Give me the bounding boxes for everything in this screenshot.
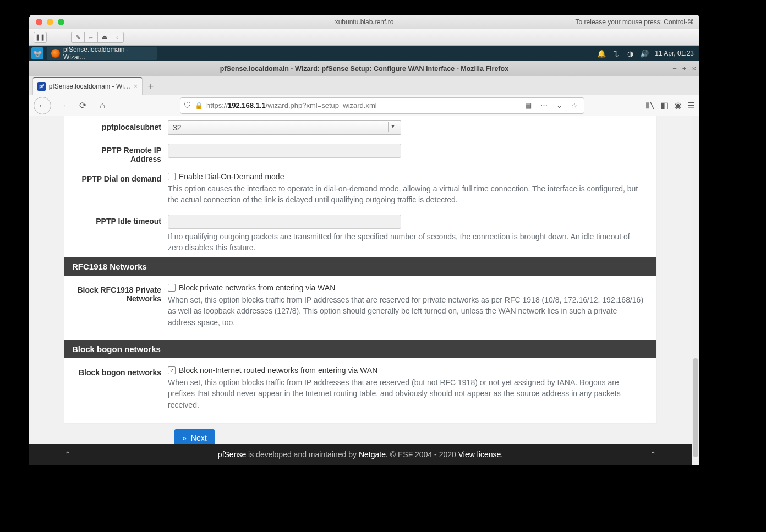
vm-window: xubuntu.blab.renf.ro To release your mou…: [29, 15, 699, 465]
label-pptp-idle: PPTP Idle timeout: [74, 215, 168, 226]
back-button[interactable]: ←: [34, 97, 51, 114]
firefox-titlebar: pfSense.localdomain - Wizard: pfSense Se…: [29, 61, 699, 76]
firefox-maximize-button[interactable]: +: [682, 64, 687, 73]
release-mouse-hint: To release your mouse press: Control-⌘: [576, 18, 694, 26]
label-rfc1918: Block RFC1918 Private Networks: [74, 283, 168, 303]
host-tool-4[interactable]: ‹: [111, 32, 124, 43]
firefox-minimize-button[interactable]: −: [672, 64, 677, 73]
input-pptp-idle[interactable]: [168, 215, 401, 229]
firefox-window-controls: − + ×: [672, 64, 696, 73]
firefox-close-button[interactable]: ×: [692, 64, 696, 73]
panel-header-rfc1918: RFC1918 Networks: [64, 257, 656, 276]
pfsense-favicon: pf: [37, 82, 46, 91]
host-toolbar-group: ✎ ↔ ⏏ ‹: [71, 32, 124, 43]
new-tab-button[interactable]: +: [143, 78, 159, 95]
checkbox-dial-label: Enable Dial-On-Demand mode: [179, 172, 284, 181]
volume-icon[interactable]: 🔊: [641, 50, 648, 57]
vertical-scrollbar[interactable]: [692, 116, 699, 465]
scroll-top-left-icon[interactable]: ⌃: [62, 449, 73, 460]
lock-warning-icon[interactable]: 🔒: [194, 101, 203, 110]
scroll-top-right-icon[interactable]: ⌃: [648, 449, 659, 460]
row-pptp-remote-ip: PPTP Remote IP Address: [64, 139, 656, 168]
xfce-taskbar: 🐭 pfSense.localdomain - Wizar... 🔔 ⇅ ◑ 🔊…: [29, 46, 699, 61]
firefox-tab-strip: pf pfSense.localdomain - Wizard × +: [29, 76, 699, 95]
clock-label: 11 Apr, 01:23: [655, 50, 694, 57]
host-titlebar: xubuntu.blab.renf.ro To release your mou…: [29, 15, 699, 29]
page-viewport: pptplocalsubnet 32 PPTP Remote IP Addres…: [29, 116, 699, 465]
checkbox-bogon-label: Block non-Internet routed networks from …: [179, 366, 377, 375]
notifications-icon[interactable]: 🔔: [598, 50, 605, 57]
host-tool-2[interactable]: ↔: [84, 32, 97, 43]
row-bogon: Block bogon networks ✓ Block non-Interne…: [64, 361, 656, 415]
checkbox-block-rfc1918[interactable]: [168, 284, 176, 292]
wizard-form-panel: pptplocalsubnet 32 PPTP Remote IP Addres…: [64, 116, 656, 423]
row-pptp-idle: PPTP Idle timeout If no qualifying outgo…: [64, 210, 656, 258]
label-bogon: Block bogon networks: [74, 366, 168, 377]
select-pptplocalsubnet[interactable]: 32: [168, 120, 401, 135]
label-pptp-remote-ip: PPTP Remote IP Address: [74, 144, 168, 163]
url-text: https://192.168.1.1/wizard.php?xml=setup…: [206, 101, 519, 109]
sidebar-icon[interactable]: ◧: [660, 100, 669, 111]
help-pptp-idle: If no qualifying outgoing packets are tr…: [168, 231, 647, 254]
label-pptplocalsubnet: pptplocalsubnet: [74, 120, 168, 131]
address-bar[interactable]: 🛡 🔒 https://192.168.1.1/wizard.php?xml=s…: [180, 97, 584, 114]
home-button[interactable]: ⌂: [94, 97, 111, 114]
account-icon[interactable]: ◉: [674, 100, 682, 111]
reader-mode-icon[interactable]: ▤: [522, 101, 534, 109]
host-tool-1[interactable]: ✎: [71, 32, 84, 43]
label-pptp-dial: PPTP Dial on demand: [74, 172, 168, 183]
view-license-link[interactable]: View license.: [458, 450, 503, 459]
network-icon[interactable]: ⇅: [612, 50, 620, 57]
host-pause-button[interactable]: ❚❚: [34, 32, 47, 43]
firefox-window-title: pfSense.localdomain - Wizard: pfSense Se…: [29, 65, 699, 73]
host-tool-3[interactable]: ⏏: [97, 32, 111, 43]
checkbox-block-bogon[interactable]: ✓: [168, 366, 176, 374]
row-pptplocalsubnet: pptplocalsubnet 32: [64, 116, 656, 139]
xfce-tray: 🔔 ⇅ ◑ 🔊 11 Apr, 01:23: [598, 50, 699, 57]
firefox-nav-bar: ← → ⟳ ⌂ 🛡 🔒 https://192.168.1.1/wizard.p…: [29, 95, 699, 116]
taskbar-window-item[interactable]: pfSense.localdomain - Wizar...: [47, 47, 157, 60]
row-rfc1918: Block RFC1918 Private Networks Block pri…: [64, 279, 656, 332]
browser-tab[interactable]: pf pfSense.localdomain - Wizard ×: [32, 77, 143, 95]
page-actions-icon[interactable]: ⋯: [538, 101, 550, 109]
help-bogon: When set, this option blocks traffic fro…: [168, 377, 647, 410]
panel-header-bogon: Block bogon networks: [64, 340, 656, 358]
help-pptp-dial: This option causes the interface to oper…: [168, 183, 647, 206]
help-rfc1918: When set, this option blocks traffic fro…: [168, 294, 647, 328]
taskbar-window-label: pfSense.localdomain - Wizar...: [63, 46, 152, 61]
library-icon[interactable]: ⫴\: [645, 100, 655, 111]
reload-button[interactable]: ⟳: [74, 97, 91, 114]
forward-button[interactable]: →: [54, 97, 71, 114]
pocket-icon[interactable]: ⌄: [553, 101, 565, 109]
tracking-shield-icon[interactable]: 🛡: [184, 101, 191, 109]
checkbox-dial-on-demand[interactable]: [168, 173, 176, 180]
tab-close-icon[interactable]: ×: [134, 83, 138, 90]
select-value: 32: [173, 123, 182, 132]
footer-text: pfSense is developed and maintained by N…: [218, 450, 503, 459]
power-icon[interactable]: ◑: [626, 50, 634, 57]
chevron-right-icon: »: [182, 434, 187, 442]
host-toolbar: ❚❚ ✎ ↔ ⏏ ‹: [29, 29, 699, 46]
bookmark-star-icon[interactable]: ☆: [568, 101, 581, 109]
firefox-toolbar-right: ⫴\ ◧ ◉ ☰: [645, 100, 695, 111]
browser-tab-label: pfSense.localdomain - Wizard: [49, 83, 130, 90]
xfce-menu-icon[interactable]: 🐭: [31, 47, 43, 59]
scrollbar-thumb[interactable]: [693, 358, 698, 457]
pfsense-footer: ⌃ pfSense is developed and maintained by…: [29, 444, 692, 465]
next-button-label: Next: [191, 434, 207, 442]
firefox-icon: [51, 49, 60, 58]
row-pptp-dial: PPTP Dial on demand Enable Dial-On-Deman…: [64, 168, 656, 210]
checkbox-rfc1918-label: Block private networks from entering via…: [179, 283, 335, 292]
input-pptp-remote-ip[interactable]: [168, 144, 401, 158]
hamburger-menu-icon[interactable]: ☰: [687, 100, 695, 111]
